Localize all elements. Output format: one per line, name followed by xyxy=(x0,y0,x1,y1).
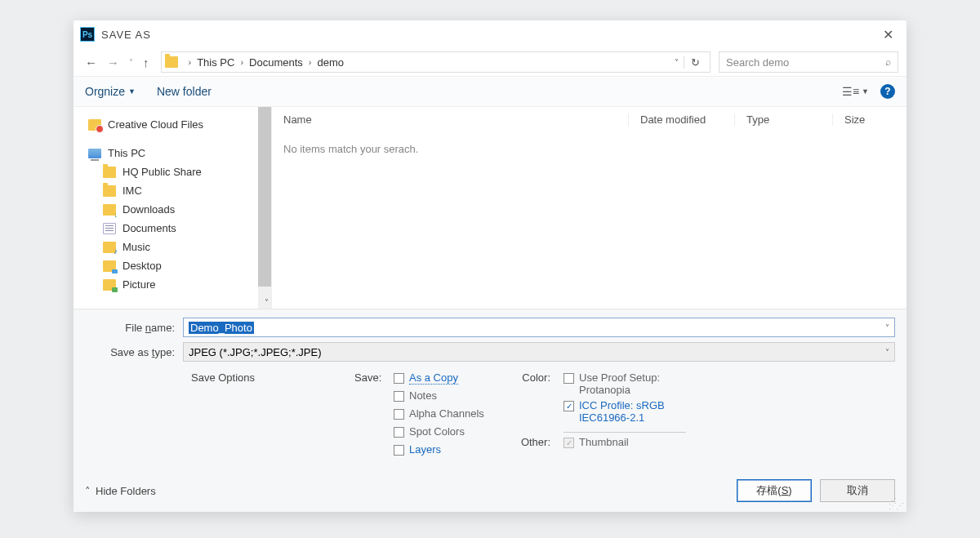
cloud-folder-icon xyxy=(88,119,101,131)
chevron-down-icon: ▼ xyxy=(862,87,869,96)
body: Creative Cloud Files This PC HQ Public S… xyxy=(74,107,906,309)
tree-hq-public-share[interactable]: HQ Public Share xyxy=(78,162,266,181)
save-as-dialog: Ps SAVE AS ✕ ← → ˅ ↑ › This PC › Documen… xyxy=(74,20,906,512)
toolbar: Orgnize ▼ New folder ☰≡ ▼ ? xyxy=(74,76,906,107)
folder-icon xyxy=(103,167,116,178)
picture-icon xyxy=(103,279,116,291)
tree-downloads[interactable]: Downloads xyxy=(78,200,266,219)
photoshop-icon: Ps xyxy=(80,27,95,42)
resize-grip-icon[interactable]: ⋰⋰⋰ xyxy=(889,499,903,509)
layers-checkbox[interactable] xyxy=(394,445,404,456)
save-options: Save Options Save: As a Copy Notes Alpha… xyxy=(85,367,895,465)
icc-checkbox[interactable] xyxy=(564,401,574,411)
col-name[interactable]: Name xyxy=(272,113,629,126)
notes-label: Notes xyxy=(409,389,437,402)
thumbnail-label: Thumbnail xyxy=(579,436,629,448)
hide-folders-button[interactable]: ˄ Hide Folders xyxy=(85,485,156,497)
col-size[interactable]: Size xyxy=(833,113,906,126)
thumbnail-checkbox[interactable] xyxy=(564,438,574,448)
music-icon xyxy=(103,242,116,253)
other-group-label: Other: xyxy=(518,436,559,448)
nav-recent-icon[interactable]: ˅ xyxy=(126,56,136,69)
hide-folders-label: Hide Folders xyxy=(96,485,156,497)
proof-label: Use Proof Setup: Protanopia xyxy=(579,371,693,396)
breadcrumb-sep: › xyxy=(183,57,198,67)
tree-creative-cloud[interactable]: Creative Cloud Files xyxy=(78,115,266,134)
divider xyxy=(564,432,686,433)
nav-forward-icon[interactable]: → xyxy=(104,54,122,71)
desktop-icon xyxy=(103,260,116,272)
organize-label: Orgnize xyxy=(85,85,125,98)
tree-imc[interactable]: IMC xyxy=(78,181,266,200)
filetype-label: Save as type: xyxy=(85,346,183,358)
breadcrumb-demo[interactable]: demo xyxy=(318,56,345,69)
address-dropdown-icon[interactable]: ˅ xyxy=(670,58,684,67)
search-placeholder: Search demo xyxy=(726,56,885,69)
filetype-select[interactable]: JPEG (*.JPG;*.JPEG;*.JPE) ˅ xyxy=(183,342,895,362)
dialog-title: SAVE AS xyxy=(101,29,151,41)
help-icon[interactable]: ? xyxy=(880,84,895,99)
chevron-down-icon[interactable]: ˅ xyxy=(885,348,889,357)
documents-icon xyxy=(103,223,116,234)
scroll-down-icon[interactable]: ˅ xyxy=(265,298,269,307)
breadcrumb-root[interactable]: This PC xyxy=(197,56,234,69)
as-copy-label[interactable]: As a Copy xyxy=(409,371,458,385)
titlebar: Ps SAVE AS ✕ xyxy=(74,20,906,48)
column-headers: Name Date modified Type Size xyxy=(272,107,906,131)
nav-up-icon[interactable]: ↑ xyxy=(140,54,153,71)
proof-checkbox[interactable] xyxy=(564,373,574,384)
folder-icon xyxy=(103,185,116,197)
search-input[interactable]: Search demo ⌕ xyxy=(719,51,898,73)
breadcrumb-sep: › xyxy=(234,57,249,67)
nav-row: ← → ˅ ↑ › This PC › Documents › demo ˅ ↻… xyxy=(74,48,906,76)
chevron-up-icon: ˄ xyxy=(85,485,91,497)
organize-button[interactable]: Orgnize ▼ xyxy=(85,85,136,98)
view-mode-button[interactable]: ☰≡ ▼ xyxy=(842,85,869,98)
tree-picture[interactable]: Picture xyxy=(78,275,266,294)
empty-message: No items match your serach. xyxy=(272,131,906,167)
tree-desktop[interactable]: Desktop xyxy=(78,256,266,275)
form-area: File name: Demo_Photo ˅ Save as type: JP… xyxy=(74,309,906,471)
tree-documents[interactable]: Documents xyxy=(78,219,266,238)
downloads-icon xyxy=(103,204,116,216)
chevron-down-icon: ▼ xyxy=(128,87,136,96)
breadcrumb-sep: › xyxy=(303,57,318,67)
as-copy-checkbox[interactable] xyxy=(394,373,404,384)
col-date[interactable]: Date modified xyxy=(629,113,735,126)
save-button[interactable]: 存檔(S) xyxy=(737,479,812,502)
breadcrumb-documents[interactable]: Documents xyxy=(249,56,303,69)
folder-tree: Creative Cloud Files This PC HQ Public S… xyxy=(74,107,271,309)
chevron-down-icon[interactable]: ˅ xyxy=(885,323,889,332)
scrollbar-thumb[interactable] xyxy=(258,107,271,287)
folder-icon xyxy=(165,56,178,68)
layers-label: Layers xyxy=(409,443,441,456)
search-icon: ⌕ xyxy=(885,56,891,68)
nav-back-icon[interactable]: ← xyxy=(82,54,100,71)
filename-value: Demo_Photo xyxy=(189,322,254,334)
filename-input[interactable]: Demo_Photo ˅ xyxy=(183,318,895,337)
new-folder-button[interactable]: New folder xyxy=(157,85,212,98)
notes-checkbox[interactable] xyxy=(394,391,404,402)
alpha-checkbox[interactable] xyxy=(394,409,404,420)
save-group-label: Save: xyxy=(354,371,389,384)
alpha-label: Alpha Channels xyxy=(409,407,484,420)
refresh-icon[interactable]: ↻ xyxy=(684,56,706,69)
spot-label: Spot Colors xyxy=(409,425,465,438)
tree-this-pc[interactable]: This PC xyxy=(78,144,266,162)
file-list: Name Date modified Type Size No items ma… xyxy=(271,107,906,309)
icc-label[interactable]: ICC Profile: sRGB IEC61966-2.1 xyxy=(579,399,693,424)
tree-music[interactable]: Music xyxy=(78,238,266,256)
pc-icon xyxy=(88,149,101,158)
close-icon[interactable]: ✕ xyxy=(876,24,900,46)
address-bar[interactable]: › This PC › Documents › demo ˅ ↻ xyxy=(161,51,711,73)
cancel-button[interactable]: 取消 xyxy=(820,479,895,502)
list-view-icon: ☰≡ xyxy=(842,85,859,98)
filetype-value: JPEG (*.JPG;*.JPEG;*.JPE) xyxy=(189,346,322,358)
save-options-header: Save Options xyxy=(191,371,354,384)
spot-checkbox[interactable] xyxy=(394,427,404,438)
color-group-label: Color: xyxy=(518,371,559,384)
col-type[interactable]: Type xyxy=(735,113,833,126)
filename-label: File name: xyxy=(85,322,183,334)
footer: ˄ Hide Folders 存檔(S) 取消 xyxy=(74,471,906,512)
